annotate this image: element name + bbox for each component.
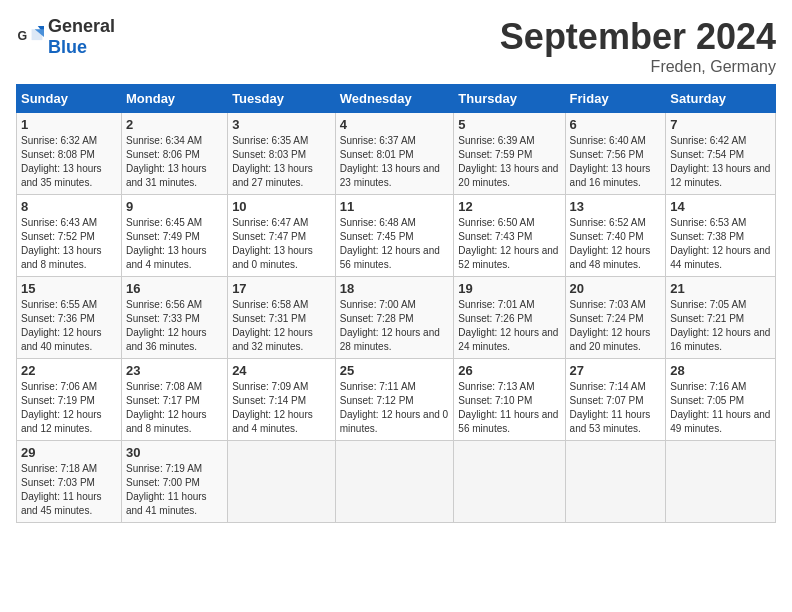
day-info: Sunrise: 6:42 AMSunset: 7:54 PMDaylight:… [670, 135, 770, 188]
day-info: Sunrise: 7:16 AMSunset: 7:05 PMDaylight:… [670, 381, 770, 434]
calendar-week-1: 1Sunrise: 6:32 AMSunset: 8:08 PMDaylight… [17, 113, 776, 195]
calendar-cell [565, 441, 666, 523]
day-number: 11 [340, 199, 450, 214]
day-info: Sunrise: 7:14 AMSunset: 7:07 PMDaylight:… [570, 381, 651, 434]
calendar-table: SundayMondayTuesdayWednesdayThursdayFrid… [16, 84, 776, 523]
day-number: 3 [232, 117, 331, 132]
calendar-cell: 10Sunrise: 6:47 AMSunset: 7:47 PMDayligh… [228, 195, 336, 277]
day-info: Sunrise: 7:19 AMSunset: 7:00 PMDaylight:… [126, 463, 207, 516]
day-info: Sunrise: 7:01 AMSunset: 7:26 PMDaylight:… [458, 299, 558, 352]
calendar-cell: 17Sunrise: 6:58 AMSunset: 7:31 PMDayligh… [228, 277, 336, 359]
logo-blue: Blue [48, 37, 87, 57]
calendar-cell: 1Sunrise: 6:32 AMSunset: 8:08 PMDaylight… [17, 113, 122, 195]
day-info: Sunrise: 7:13 AMSunset: 7:10 PMDaylight:… [458, 381, 558, 434]
day-info: Sunrise: 7:18 AMSunset: 7:03 PMDaylight:… [21, 463, 102, 516]
calendar-cell [454, 441, 565, 523]
day-info: Sunrise: 7:05 AMSunset: 7:21 PMDaylight:… [670, 299, 770, 352]
day-number: 12 [458, 199, 560, 214]
day-number: 7 [670, 117, 771, 132]
calendar-cell: 7Sunrise: 6:42 AMSunset: 7:54 PMDaylight… [666, 113, 776, 195]
logo-general: General [48, 16, 115, 36]
calendar-cell: 11Sunrise: 6:48 AMSunset: 7:45 PMDayligh… [335, 195, 454, 277]
calendar-cell: 28Sunrise: 7:16 AMSunset: 7:05 PMDayligh… [666, 359, 776, 441]
day-number: 17 [232, 281, 331, 296]
day-number: 1 [21, 117, 117, 132]
logo: G General Blue [16, 16, 115, 58]
calendar-cell: 20Sunrise: 7:03 AMSunset: 7:24 PMDayligh… [565, 277, 666, 359]
header-friday: Friday [565, 85, 666, 113]
day-info: Sunrise: 7:06 AMSunset: 7:19 PMDaylight:… [21, 381, 102, 434]
calendar-week-2: 8Sunrise: 6:43 AMSunset: 7:52 PMDaylight… [17, 195, 776, 277]
calendar-cell: 6Sunrise: 6:40 AMSunset: 7:56 PMDaylight… [565, 113, 666, 195]
calendar-cell: 30Sunrise: 7:19 AMSunset: 7:00 PMDayligh… [121, 441, 227, 523]
day-number: 13 [570, 199, 662, 214]
day-info: Sunrise: 6:55 AMSunset: 7:36 PMDaylight:… [21, 299, 102, 352]
day-number: 20 [570, 281, 662, 296]
day-info: Sunrise: 6:58 AMSunset: 7:31 PMDaylight:… [232, 299, 313, 352]
day-number: 22 [21, 363, 117, 378]
calendar-cell [228, 441, 336, 523]
day-number: 4 [340, 117, 450, 132]
header-monday: Monday [121, 85, 227, 113]
day-info: Sunrise: 6:34 AMSunset: 8:06 PMDaylight:… [126, 135, 207, 188]
header-thursday: Thursday [454, 85, 565, 113]
day-number: 23 [126, 363, 223, 378]
calendar-cell: 21Sunrise: 7:05 AMSunset: 7:21 PMDayligh… [666, 277, 776, 359]
header-tuesday: Tuesday [228, 85, 336, 113]
day-number: 29 [21, 445, 117, 460]
svg-text:G: G [18, 29, 28, 43]
day-number: 19 [458, 281, 560, 296]
day-info: Sunrise: 7:09 AMSunset: 7:14 PMDaylight:… [232, 381, 313, 434]
day-number: 24 [232, 363, 331, 378]
day-info: Sunrise: 6:53 AMSunset: 7:38 PMDaylight:… [670, 217, 770, 270]
calendar-header-row: SundayMondayTuesdayWednesdayThursdayFrid… [17, 85, 776, 113]
calendar-cell [666, 441, 776, 523]
day-info: Sunrise: 6:43 AMSunset: 7:52 PMDaylight:… [21, 217, 102, 270]
day-number: 18 [340, 281, 450, 296]
day-number: 6 [570, 117, 662, 132]
day-number: 5 [458, 117, 560, 132]
day-info: Sunrise: 6:40 AMSunset: 7:56 PMDaylight:… [570, 135, 651, 188]
day-number: 25 [340, 363, 450, 378]
day-info: Sunrise: 7:00 AMSunset: 7:28 PMDaylight:… [340, 299, 440, 352]
day-number: 26 [458, 363, 560, 378]
day-number: 21 [670, 281, 771, 296]
day-info: Sunrise: 6:56 AMSunset: 7:33 PMDaylight:… [126, 299, 207, 352]
calendar-cell: 27Sunrise: 7:14 AMSunset: 7:07 PMDayligh… [565, 359, 666, 441]
calendar-cell: 9Sunrise: 6:45 AMSunset: 7:49 PMDaylight… [121, 195, 227, 277]
day-info: Sunrise: 6:35 AMSunset: 8:03 PMDaylight:… [232, 135, 313, 188]
calendar-cell: 22Sunrise: 7:06 AMSunset: 7:19 PMDayligh… [17, 359, 122, 441]
title-area: September 2024 Freden, Germany [500, 16, 776, 76]
day-info: Sunrise: 6:45 AMSunset: 7:49 PMDaylight:… [126, 217, 207, 270]
calendar-cell: 12Sunrise: 6:50 AMSunset: 7:43 PMDayligh… [454, 195, 565, 277]
header-wednesday: Wednesday [335, 85, 454, 113]
day-number: 16 [126, 281, 223, 296]
day-info: Sunrise: 7:03 AMSunset: 7:24 PMDaylight:… [570, 299, 651, 352]
day-info: Sunrise: 6:37 AMSunset: 8:01 PMDaylight:… [340, 135, 440, 188]
calendar-cell: 23Sunrise: 7:08 AMSunset: 7:17 PMDayligh… [121, 359, 227, 441]
logo-icon: G [16, 23, 44, 51]
calendar-week-3: 15Sunrise: 6:55 AMSunset: 7:36 PMDayligh… [17, 277, 776, 359]
day-number: 30 [126, 445, 223, 460]
day-number: 2 [126, 117, 223, 132]
day-number: 27 [570, 363, 662, 378]
day-info: Sunrise: 7:11 AMSunset: 7:12 PMDaylight:… [340, 381, 448, 434]
calendar-week-4: 22Sunrise: 7:06 AMSunset: 7:19 PMDayligh… [17, 359, 776, 441]
day-info: Sunrise: 6:48 AMSunset: 7:45 PMDaylight:… [340, 217, 440, 270]
day-number: 15 [21, 281, 117, 296]
calendar-cell: 8Sunrise: 6:43 AMSunset: 7:52 PMDaylight… [17, 195, 122, 277]
header-sunday: Sunday [17, 85, 122, 113]
day-info: Sunrise: 7:08 AMSunset: 7:17 PMDaylight:… [126, 381, 207, 434]
month-title: September 2024 [500, 16, 776, 58]
calendar-cell: 4Sunrise: 6:37 AMSunset: 8:01 PMDaylight… [335, 113, 454, 195]
calendar-cell: 26Sunrise: 7:13 AMSunset: 7:10 PMDayligh… [454, 359, 565, 441]
day-info: Sunrise: 6:50 AMSunset: 7:43 PMDaylight:… [458, 217, 558, 270]
location-title: Freden, Germany [500, 58, 776, 76]
calendar-cell: 19Sunrise: 7:01 AMSunset: 7:26 PMDayligh… [454, 277, 565, 359]
page-header: G General Blue September 2024 Freden, Ge… [16, 16, 776, 76]
day-number: 10 [232, 199, 331, 214]
logo-wordmark: General Blue [48, 16, 115, 58]
header-saturday: Saturday [666, 85, 776, 113]
calendar-cell: 3Sunrise: 6:35 AMSunset: 8:03 PMDaylight… [228, 113, 336, 195]
day-number: 28 [670, 363, 771, 378]
